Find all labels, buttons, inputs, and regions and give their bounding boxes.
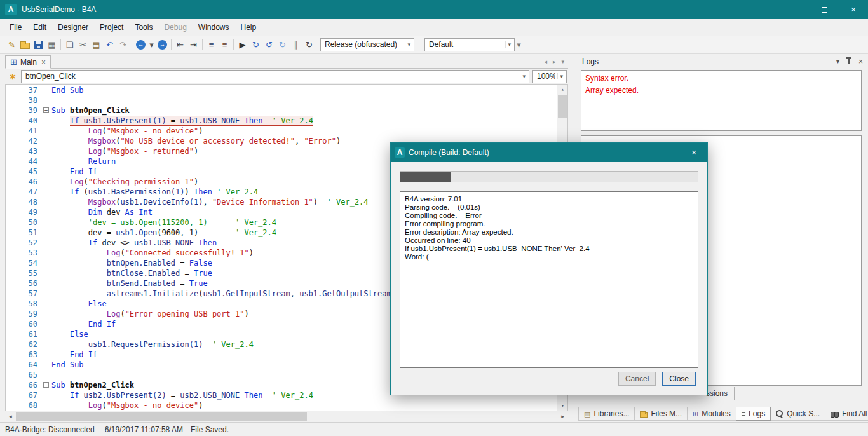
maximize-icon xyxy=(822,7,827,13)
tab-close-icon[interactable]: × xyxy=(41,58,46,67)
undo-icon[interactable]: ↶ xyxy=(103,37,116,51)
fold-margin xyxy=(43,95,51,106)
fold-collapse-icon[interactable]: − xyxy=(43,107,49,113)
menu-item-windows[interactable]: Windows xyxy=(193,20,235,34)
menu-item-file[interactable]: File xyxy=(4,20,27,34)
tab-main[interactable]: ⊞ Main × xyxy=(5,55,51,69)
tab-scroll-left-icon[interactable]: ◂ xyxy=(544,58,547,65)
pause-icon[interactable]: ∥ xyxy=(289,37,302,51)
maximize-button[interactable] xyxy=(810,0,839,19)
bottom-tab-libraries[interactable]: ▤Libraries... xyxy=(578,407,635,421)
uncomment-icon[interactable]: ≡ xyxy=(218,37,231,51)
cut-icon[interactable]: ✂ xyxy=(76,37,90,51)
navigate-back-menu-icon[interactable]: ▾ xyxy=(147,37,156,51)
toolbar-overflow-icon[interactable]: ▾ xyxy=(515,37,523,51)
menu-item-help[interactable]: Help xyxy=(235,20,262,34)
dialog-close-button[interactable]: × xyxy=(681,143,707,162)
error-underline: If usb1.UsbPresent(1) = usb1.USB_NONE Th… xyxy=(70,116,313,126)
code-line-37[interactable]: 37End Sub xyxy=(6,85,557,95)
method-select[interactable]: btnOpen_Click ▾ xyxy=(21,70,529,83)
code-line-68[interactable]: 68 Log("Msgbox - no device") xyxy=(6,400,557,411)
logs-output[interactable]: Syntax error.Array expected. xyxy=(581,70,862,131)
line-number: 53 xyxy=(6,248,43,258)
navigate-back-menu-icon: ▾ xyxy=(149,41,154,49)
scroll-down-icon[interactable]: ▾ xyxy=(557,401,568,411)
copy-icon[interactable]: ❏ xyxy=(63,37,76,51)
scroll-left-icon[interactable]: ◂ xyxy=(5,411,16,422)
package-icon: ▦ xyxy=(48,41,55,49)
scroll-right-icon[interactable]: ▸ xyxy=(557,411,568,422)
bottom-tab-logs[interactable]: ≡Logs xyxy=(736,407,771,421)
open-project-icon[interactable] xyxy=(18,37,32,51)
tab-list-icon[interactable]: ▾ xyxy=(561,58,564,65)
compile-dialog-title: Compile (Build: Default) xyxy=(409,148,489,157)
new-designer-icon[interactable]: ✎ xyxy=(5,37,18,51)
fold-collapse-icon[interactable]: − xyxy=(43,382,49,388)
build-configuration-select[interactable]: Release (obfuscated)▾ xyxy=(320,38,414,51)
run-icon[interactable]: ▶ xyxy=(236,37,249,51)
package-icon[interactable]: ▦ xyxy=(45,37,58,51)
zoom-select[interactable]: 100% ▾ xyxy=(532,70,567,83)
line-number: 39 xyxy=(6,106,43,116)
code-line-40[interactable]: 40 If usb1.UsbPresent(1) = usb1.USB_NONE… xyxy=(6,116,557,126)
bottom-tab-modules[interactable]: ⊞Modules xyxy=(688,407,736,421)
outdent-icon[interactable]: ⇤ xyxy=(173,37,187,51)
vertical-scroll-thumb[interactable] xyxy=(558,95,567,118)
scroll-up-icon[interactable]: ▴ xyxy=(557,85,568,94)
minimize-button[interactable] xyxy=(780,0,810,19)
tab-scroll-right-icon[interactable]: ▸ xyxy=(553,58,556,65)
editor-horizontal-scrollbar[interactable]: ◂ ▸ xyxy=(5,411,568,422)
fold-margin xyxy=(43,370,51,380)
panel-close-icon[interactable]: × xyxy=(858,57,863,66)
save-icon[interactable] xyxy=(32,37,45,51)
panel-menu-chevron-icon[interactable]: ▾ xyxy=(836,58,839,65)
toolbar-separator xyxy=(318,39,318,50)
fold-margin xyxy=(43,187,51,197)
conditional-symbols-select[interactable]: Default▾ xyxy=(424,38,515,51)
navigate-back-icon[interactable]: ← xyxy=(134,37,147,51)
window-title: UsbSerialDemo - B4A xyxy=(22,5,96,14)
compile-release-icon[interactable]: ↺ xyxy=(262,37,276,51)
resume-icon[interactable]: ↻ xyxy=(276,37,289,51)
bottom-tab-quick-s[interactable]: Quick S... xyxy=(771,407,825,421)
line-number: 54 xyxy=(6,258,43,268)
fold-margin xyxy=(43,309,51,319)
chevron-down-icon: ▾ xyxy=(405,41,412,48)
app-logo-icon: A xyxy=(395,147,405,158)
pin-icon[interactable] xyxy=(848,59,850,64)
menu-item-tools[interactable]: Tools xyxy=(129,20,158,34)
fold-margin xyxy=(43,146,51,156)
toolbar-separator xyxy=(233,39,234,50)
horizontal-scroll-thumb[interactable] xyxy=(16,412,307,421)
code-line-38[interactable]: 38 xyxy=(6,95,557,106)
new-designer-icon: ✎ xyxy=(8,41,15,49)
code-line-41[interactable]: 41 Log("Msgbox - no device") xyxy=(6,126,557,136)
compile-debug-icon[interactable]: ↻ xyxy=(249,37,262,51)
compile-log-output[interactable]: B4A version: 7.01Parsing code. (0.01s)Co… xyxy=(400,191,698,368)
indent-icon[interactable]: ⇥ xyxy=(187,37,200,51)
toolbar: ✎▦❏✂▤↶↷←▾→⇤⇥≡≡▶↻↺↻∥↻Release (obfuscated)… xyxy=(0,36,868,54)
refresh-icon: ↻ xyxy=(306,41,313,49)
toolbar-separator xyxy=(132,39,132,50)
navigate-forward-icon[interactable]: → xyxy=(156,37,169,51)
redo-icon[interactable]: ↷ xyxy=(116,37,130,51)
paste-icon[interactable]: ▤ xyxy=(90,37,103,51)
bottom-tab-files-m[interactable]: Files M... xyxy=(635,407,688,421)
bridge-status: B4A-Bridge: Disconnected xyxy=(5,425,95,434)
dialog-close-action-button[interactable]: Close xyxy=(662,372,696,386)
code-line-39[interactable]: 39−Sub btnOpen_Click xyxy=(6,106,557,116)
fold-margin xyxy=(43,329,51,339)
menu-item-edit[interactable]: Edit xyxy=(27,20,52,34)
pause-icon: ∥ xyxy=(294,41,298,49)
fold-margin xyxy=(43,400,51,411)
comment-icon[interactable]: ≡ xyxy=(205,37,218,51)
cancel-button[interactable]: Cancel xyxy=(618,372,656,386)
close-button[interactable]: × xyxy=(839,0,868,19)
menu-item-designer[interactable]: Designer xyxy=(52,20,94,34)
bottom-tab-find-all-r[interactable]: Find All R... xyxy=(825,407,868,421)
toolbar-separator xyxy=(202,39,203,50)
compile-log-line: Error compiling program. xyxy=(405,220,693,228)
menu-item-project[interactable]: Project xyxy=(94,20,129,34)
navigate-forward-icon: → xyxy=(158,40,167,50)
refresh-icon[interactable]: ↻ xyxy=(302,37,316,51)
